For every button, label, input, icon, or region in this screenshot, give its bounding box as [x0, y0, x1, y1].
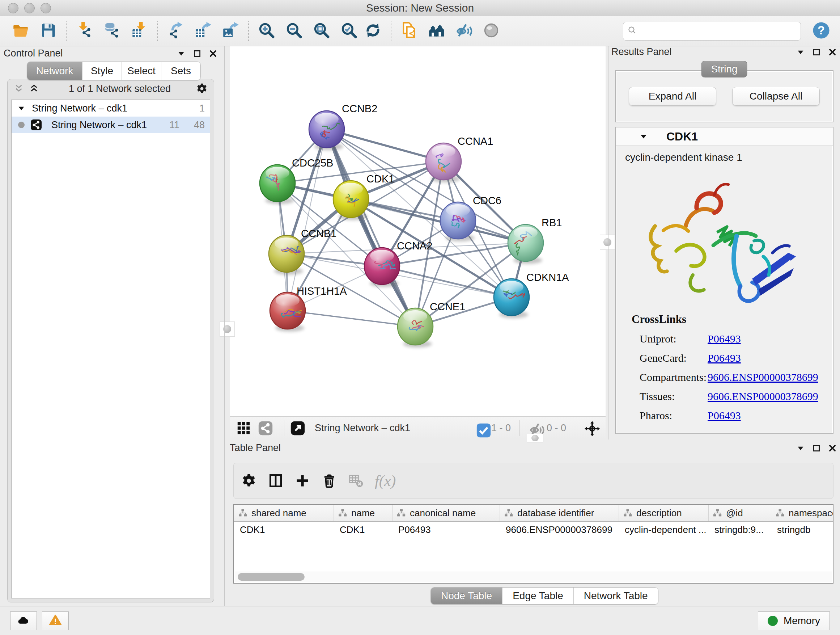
save-session-button[interactable]	[36, 19, 60, 43]
column-header-shared-name[interactable]: shared name	[234, 505, 334, 521]
tab-string[interactable]: String	[701, 61, 747, 78]
network-node[interactable]	[260, 165, 295, 204]
delete-column-icon[interactable]	[321, 473, 337, 489]
panel-menu-icon[interactable]	[177, 49, 186, 58]
cloud-status-button[interactable]	[10, 611, 37, 630]
network-edge[interactable]	[287, 310, 415, 326]
column-header--id[interactable]: @id	[709, 505, 771, 521]
network-node[interactable]	[269, 235, 304, 275]
column-header-name[interactable]: name	[334, 505, 393, 521]
network-collection-row[interactable]: String Network – cdk1 1	[11, 100, 210, 117]
expand-all-networks-icon[interactable]	[28, 83, 39, 94]
pan-crosshair-icon[interactable]	[584, 420, 600, 436]
crosslink-link[interactable]: P06493	[707, 333, 741, 345]
export-table-icon	[194, 21, 212, 41]
panel-close-icon[interactable]	[828, 48, 837, 57]
network-options-gear-icon[interactable]	[196, 82, 208, 95]
help-button[interactable]: ?	[811, 21, 831, 41]
panel-menu-icon[interactable]	[796, 48, 805, 57]
home-button[interactable]	[425, 19, 448, 43]
network-node[interactable]	[494, 279, 529, 318]
panel-float-icon[interactable]	[812, 48, 821, 57]
panel-float-icon[interactable]	[812, 443, 821, 453]
network-node[interactable]	[508, 225, 543, 264]
network-canvas[interactable]: CCNB2CCNA1CDC25BCDK1CDC6RB1CCNB1CCNA2CDK…	[230, 46, 606, 416]
network-edge[interactable]	[382, 266, 512, 297]
tab-edge-table[interactable]: Edge Table	[502, 587, 574, 604]
panel-close-icon[interactable]	[828, 443, 837, 453]
network-row[interactable]: String Network – cdk1 11 48	[11, 117, 210, 133]
crosslink-row: Uniprot: P06493	[639, 333, 833, 345]
tab-network[interactable]: Network	[27, 62, 82, 80]
zoom-in-button[interactable]	[255, 19, 279, 43]
clone-document-button[interactable]	[397, 19, 421, 43]
crosslink-link[interactable]: P06493	[707, 352, 741, 364]
bottom-splitter-handle[interactable]	[527, 434, 543, 442]
network-share-icon[interactable]	[257, 420, 274, 437]
right-splitter-handle[interactable]	[600, 234, 615, 250]
crosslink-link[interactable]: 9606.ENSP00000378699	[707, 371, 818, 383]
collapse-all-networks-icon[interactable]	[13, 83, 24, 94]
column-header-description[interactable]: description	[619, 505, 709, 521]
open-folder-button[interactable]	[9, 19, 33, 43]
panel-close-icon[interactable]	[208, 49, 218, 58]
network-node[interactable]	[364, 248, 400, 287]
network-node[interactable]	[309, 111, 344, 150]
add-column-icon[interactable]	[294, 473, 310, 489]
collapse-all-button[interactable]: Collapse All	[732, 87, 820, 106]
refresh-view-button[interactable]	[361, 19, 385, 43]
hide-unhide-button[interactable]	[452, 19, 476, 43]
crosslink-link[interactable]: P06493	[707, 409, 741, 422]
network-node[interactable]	[270, 292, 307, 332]
zoom-selected-button[interactable]	[337, 19, 361, 43]
selected-node-edge-count: 1 - 0	[491, 423, 511, 434]
network-node[interactable]	[440, 202, 476, 241]
network-node[interactable]	[426, 143, 461, 182]
network-edge[interactable]	[287, 129, 327, 310]
selected-checkbox-icon[interactable]	[475, 422, 488, 434]
tree-expander-icon[interactable]	[17, 103, 26, 113]
window-zoom-button[interactable]	[41, 3, 51, 13]
memory-button[interactable]: Memory	[758, 611, 830, 630]
section-expander-icon[interactable]	[639, 132, 648, 141]
left-splitter-handle[interactable]	[219, 321, 235, 337]
panel-float-icon[interactable]	[193, 49, 202, 58]
table-row[interactable]: CDK1CDK1P064939606.ENSP00000378699cyclin…	[234, 522, 833, 539]
warnings-button[interactable]	[42, 611, 69, 630]
table-options-gear-icon[interactable]	[241, 473, 257, 489]
panel-menu-icon[interactable]	[796, 443, 805, 453]
tab-style[interactable]: Style	[82, 62, 122, 80]
search-input[interactable]	[638, 25, 797, 37]
expand-all-button[interactable]: Expand All	[629, 87, 716, 106]
export-table-button[interactable]	[191, 19, 215, 43]
birdseye-grid-icon[interactable]	[235, 420, 252, 437]
network-node[interactable]	[333, 181, 369, 220]
open-in-new-window-icon[interactable]	[289, 420, 306, 437]
zoom-fit-button[interactable]	[309, 19, 333, 43]
show-columns-icon[interactable]	[268, 473, 284, 489]
tab-network-table[interactable]: Network Table	[574, 587, 658, 604]
column-header-canonical-name[interactable]: canonical name	[393, 505, 500, 521]
window-minimize-button[interactable]	[24, 3, 35, 13]
network-edge[interactable]	[327, 129, 415, 326]
zoom-out-button[interactable]	[282, 19, 306, 43]
network-node[interactable]	[398, 308, 433, 348]
tab-node-table[interactable]: Node Table	[431, 587, 502, 604]
tab-select[interactable]: Select	[122, 62, 161, 80]
column-header-namespace[interactable]: namespace	[771, 505, 834, 521]
tab-sets[interactable]: Sets	[161, 62, 201, 80]
hidden-eye-slash-icon[interactable]	[529, 421, 543, 435]
column-header-database-identifier[interactable]: database identifier	[500, 505, 619, 521]
search-box[interactable]	[623, 22, 801, 41]
window-close-button[interactable]	[8, 3, 19, 13]
crosslink-link[interactable]: 9606.ENSP00000378699	[707, 390, 818, 402]
scrollbar-thumb[interactable]	[238, 573, 305, 581]
table-horizontal-scrollbar[interactable]	[235, 572, 832, 582]
export-network-button[interactable]	[164, 19, 187, 43]
import-table-button[interactable]	[127, 19, 151, 43]
export-image-button[interactable]	[218, 19, 242, 43]
import-network-button[interactable]	[73, 19, 96, 43]
import-database-button[interactable]	[100, 19, 124, 43]
node-section-header[interactable]: CDK1	[616, 127, 833, 146]
show-graphics-button[interactable]	[480, 19, 504, 43]
